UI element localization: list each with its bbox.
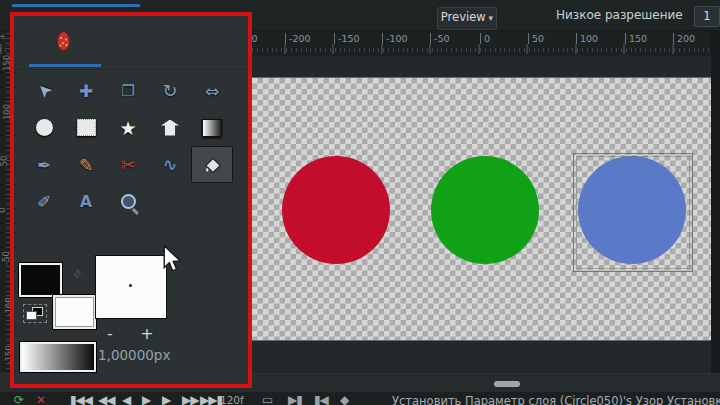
width-tool-icon: ∿ <box>162 154 177 175</box>
v-ruler-label: 150 <box>2 55 12 71</box>
render-refresh-icon[interactable]: ⟳ <box>14 393 23 405</box>
rotate-tool-icon: ↻ <box>162 80 177 101</box>
brush-preview[interactable] <box>95 255 167 319</box>
panel-edge <box>711 30 720 374</box>
loop-icon[interactable]: ▭ <box>262 393 272 405</box>
empty-cell <box>191 183 233 220</box>
h-ruler-label: 50 <box>528 33 544 44</box>
default-gradient-swatch[interactable] <box>20 342 96 372</box>
text-tool[interactable]: A <box>65 183 107 220</box>
green-circle[interactable] <box>431 156 539 264</box>
red-circle[interactable] <box>282 156 390 264</box>
toolbox-panel: ➤ ✚ ❐ ↻ ⇔ ★ ✒ ✎ ✂ ∿ ✐ A <box>14 16 248 384</box>
circle-tool-icon <box>36 119 53 136</box>
default-width-value[interactable]: 1,00000px <box>98 347 170 363</box>
tool-grid: ➤ ✚ ❐ ↻ ⇔ ★ ✒ ✎ ✂ ∿ ✐ A <box>23 72 235 220</box>
rotate-tool[interactable]: ↻ <box>149 72 191 109</box>
zoom-tool-icon <box>121 194 136 209</box>
onion-frames-spinbox[interactable]: 1 <box>694 6 720 27</box>
foreground-color-swatch[interactable] <box>19 263 62 297</box>
transform-tool-icon: ➤ <box>32 78 56 102</box>
mirror-tool-icon: ⇔ <box>205 81 219 101</box>
draw-tool-icon: ✎ <box>79 155 93 175</box>
h-ruler-label: 150 <box>625 33 647 44</box>
rectangle-tool[interactable] <box>65 109 107 146</box>
brush-size-decrease-button[interactable]: - <box>102 326 118 342</box>
strawberry-logo-icon[interactable] <box>54 30 73 52</box>
width-tool[interactable]: ∿ <box>149 146 191 183</box>
reset-white-square <box>26 311 37 320</box>
reset-colors-icon[interactable] <box>23 304 47 323</box>
fill-tool[interactable] <box>191 146 233 183</box>
fill-tool-icon <box>202 155 222 175</box>
chevron-down-icon: ▾ <box>489 13 494 23</box>
star-tool[interactable]: ★ <box>107 109 149 146</box>
v-ruler-label: 0 <box>0 207 7 212</box>
v-ruler-label: 50 <box>0 156 9 167</box>
hscrollbar-thumb[interactable] <box>494 381 520 387</box>
h-ruler-label: -150 <box>334 33 360 44</box>
v-ruler-label: -100 <box>4 297 14 316</box>
mouse-cursor <box>162 245 182 273</box>
background-color-swatch[interactable] <box>53 295 96 329</box>
rectangle-tool-icon <box>77 119 96 136</box>
brush-size-increase-button[interactable]: + <box>139 326 155 342</box>
polygon-tool-icon <box>161 120 179 136</box>
zoom-tool[interactable] <box>107 183 149 220</box>
stop-render-icon[interactable]: ✕ <box>36 393 45 405</box>
eyedrop-tool-icon: ✐ <box>37 192 51 212</box>
circle-tool[interactable] <box>23 109 65 146</box>
prev-frame-icon[interactable]: ◀ <box>122 393 130 405</box>
seek-next-keyframe-icon[interactable]: ▶▶ <box>182 393 198 405</box>
vertical-ruler <box>0 30 10 374</box>
transform-tool[interactable]: ➤ <box>23 72 65 109</box>
synfig-canvas-window: ✐ ∴ ◎ ◗ ✑ ⊞ ⊠ ↻ Preview▾ ❖ ◉ Низкое разр… <box>0 0 720 405</box>
selection-bounding-box[interactable] <box>573 153 693 272</box>
cutout-tool[interactable]: ✂ <box>107 146 149 183</box>
mirror-tool[interactable]: ⇔ <box>191 72 233 109</box>
h-ruler-label: -200 <box>285 33 311 44</box>
swap-colors-icon[interactable]: ⇄ <box>70 267 84 281</box>
polygon-tool[interactable] <box>149 109 191 146</box>
brush-dot <box>129 284 132 287</box>
preview-dropdown[interactable]: Preview▾ <box>437 7 497 30</box>
h-ruler-label: 100 <box>576 33 598 44</box>
cutout-tool-icon: ✂ <box>120 154 135 175</box>
low-resolution-label[interactable]: Низкое разрешение <box>556 8 683 22</box>
scale-tool[interactable]: ❐ <box>107 72 149 109</box>
eyedrop-tool[interactable]: ✐ <box>23 183 65 220</box>
progress-line <box>12 4 140 7</box>
text-tool-icon: A <box>80 192 92 211</box>
h-ruler-label: -100 <box>382 33 408 44</box>
h-ruler-label: 0 <box>480 33 490 44</box>
spline-tool[interactable]: ✒ <box>23 146 65 183</box>
active-tab-indicator <box>29 64 101 67</box>
h-ruler-label: -50 <box>430 33 450 44</box>
statusbar-message: Установить Параметр слоя (Circle050)'s У… <box>392 394 720 405</box>
gradient-tool-icon <box>202 119 222 137</box>
smooth-move-tool[interactable]: ✚ <box>65 72 107 109</box>
bound-start-icon[interactable]: ▶▮ <box>288 393 302 405</box>
bound-end-icon[interactable]: ▮◀ <box>314 393 328 405</box>
star-tool-icon: ★ <box>119 117 136 139</box>
end-time-label: 120f <box>220 394 244 405</box>
canvas-area[interactable] <box>251 77 712 341</box>
empty-cell <box>149 183 191 220</box>
seek-end-icon[interactable]: ▶▶▮ <box>200 393 222 405</box>
spline-tool-icon: ✒ <box>37 155 51 175</box>
play-icon[interactable]: ▶ <box>142 393 150 405</box>
preview-dropdown-label: Preview <box>441 10 486 24</box>
v-ruler-label: -150 <box>4 345 14 364</box>
divider <box>14 69 248 70</box>
seek-prev-keyframe-icon[interactable]: ◀◀ <box>98 393 114 405</box>
seek-begin-icon[interactable]: ▮◀◀ <box>70 393 92 405</box>
next-frame-icon[interactable]: ▶ <box>162 393 170 405</box>
sound-icon[interactable]: ◆ <box>340 393 348 405</box>
v-ruler-label: -50 <box>1 251 11 265</box>
gradient-tool[interactable] <box>191 109 233 146</box>
smooth-move-tool-icon: ✚ <box>79 81 93 101</box>
v-ruler-label: 100 <box>2 104 12 120</box>
draw-tool[interactable]: ✎ <box>65 146 107 183</box>
scale-tool-icon: ❐ <box>121 82 134 100</box>
h-ruler-label: 200 <box>673 33 695 44</box>
